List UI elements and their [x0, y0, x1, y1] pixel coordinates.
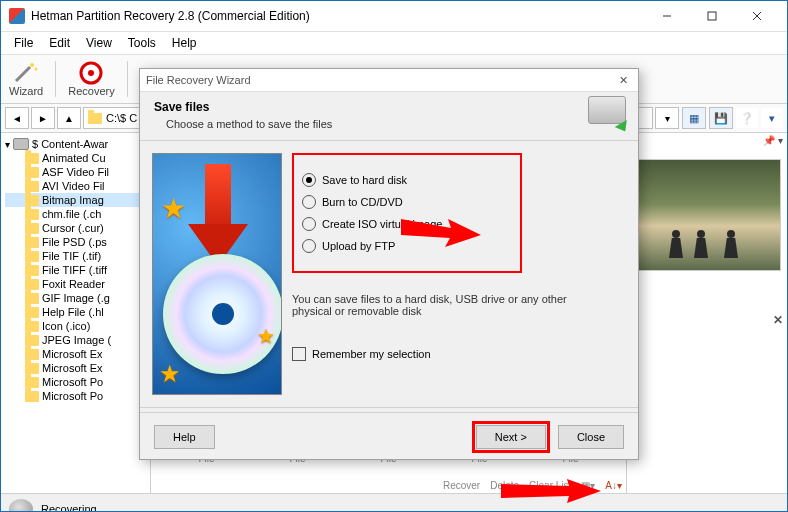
- help-button[interactable]: Help: [154, 425, 215, 449]
- menu-edit[interactable]: Edit: [42, 34, 77, 52]
- svg-point-5: [35, 68, 38, 71]
- option-save-hard-disk[interactable]: Save to hard disk: [302, 173, 512, 187]
- separator: [140, 140, 638, 141]
- maximize-button[interactable]: [689, 2, 734, 30]
- main-window: Hetman Partition Recovery 2.8 (Commercia…: [0, 0, 788, 512]
- forward-button[interactable]: ►: [31, 107, 55, 129]
- tree-root[interactable]: ▾ $ Content-Awar: [5, 137, 150, 151]
- dialog-subheading: Choose a method to save the files: [166, 118, 624, 130]
- tree-item-label: Cursor (.cur): [42, 222, 104, 234]
- options-highlight-box: Save to hard disk Burn to CD/DVD Create …: [292, 153, 522, 273]
- save-button[interactable]: 💾: [709, 107, 733, 129]
- view-icon[interactable]: ▦▾: [581, 480, 595, 491]
- tree-item[interactable]: File PSD (.ps: [5, 235, 150, 249]
- radio-icon: [302, 173, 316, 187]
- dialog-title: File Recovery Wizard: [146, 74, 251, 86]
- dialog-heading: Save files: [154, 100, 624, 114]
- folder-icon: [25, 237, 39, 248]
- action-bar-bg: Recover Delete Clear List ▦▾ A↓▾: [443, 480, 622, 491]
- folder-icon: [25, 321, 39, 332]
- menu-help[interactable]: Help: [165, 34, 204, 52]
- next-button[interactable]: Next >: [476, 425, 546, 449]
- option-upload-ftp[interactable]: Upload by FTP: [302, 239, 512, 253]
- tree-item[interactable]: chm.file (.ch: [5, 207, 150, 221]
- tree-item[interactable]: Microsoft Po: [5, 389, 150, 403]
- tree-item[interactable]: Animated Cu: [5, 151, 150, 165]
- dialog-titlebar: File Recovery Wizard ✕: [140, 69, 638, 92]
- tree-item-label: Help File (.hl: [42, 306, 104, 318]
- separator: [140, 407, 638, 408]
- tree-item[interactable]: JPEG Image (: [5, 333, 150, 347]
- tree-item[interactable]: ASF Video Fil: [5, 165, 150, 179]
- options-button[interactable]: ▾: [761, 108, 783, 128]
- separator: [55, 61, 56, 97]
- next-highlight-box: Next >: [472, 421, 550, 453]
- pin-icon[interactable]: 📌 ▾: [763, 135, 783, 151]
- file-recovery-wizard-dialog: File Recovery Wizard ✕ Save files Choose…: [139, 68, 639, 460]
- folder-icon: [25, 209, 39, 220]
- tree-item-label: File TIF (.tif): [42, 250, 101, 262]
- close-button[interactable]: [734, 2, 779, 30]
- tree-item-label: chm.file (.ch: [42, 208, 101, 220]
- tree-item[interactable]: Bitmap Imag: [5, 193, 150, 207]
- dialog-close-button[interactable]: ✕: [614, 74, 632, 87]
- close-preview-button[interactable]: ✕: [773, 313, 783, 327]
- wizard-label: Wizard: [9, 85, 43, 97]
- tree-item-label: Microsoft Ex: [42, 348, 103, 360]
- tree-item[interactable]: Cursor (.cur): [5, 221, 150, 235]
- folder-icon: [25, 349, 39, 360]
- up-button[interactable]: ▲: [57, 107, 81, 129]
- folder-icon: [25, 293, 39, 304]
- tree-item-label: JPEG Image (: [42, 334, 111, 346]
- folder-icon: [25, 391, 39, 402]
- address-right: ▾ ▦ 💾 ❔ ▾: [655, 107, 783, 129]
- wizard-image: ★ ★ ★: [152, 153, 282, 395]
- window-title: Hetman Partition Recovery 2.8 (Commercia…: [31, 9, 644, 23]
- tree-item[interactable]: Icon (.ico): [5, 319, 150, 333]
- folder-icon: [25, 307, 39, 318]
- close-button[interactable]: Close: [558, 425, 624, 449]
- tree-item[interactable]: GIF Image (.g: [5, 291, 150, 305]
- preview-header: 📌 ▾: [627, 133, 787, 153]
- menu-file[interactable]: File: [7, 34, 40, 52]
- folder-icon: [25, 335, 39, 346]
- tree-item[interactable]: Microsoft Ex: [5, 361, 150, 375]
- view-list-button[interactable]: ▦: [682, 107, 706, 129]
- option-create-iso[interactable]: Create ISO virtual image: [302, 217, 512, 231]
- tree-item[interactable]: Microsoft Ex: [5, 347, 150, 361]
- menu-tools[interactable]: Tools: [121, 34, 163, 52]
- tree-item-label: AVI Video Fil: [42, 180, 105, 192]
- checkbox-icon: [292, 347, 306, 361]
- radio-icon: [302, 239, 316, 253]
- tree-item[interactable]: Microsoft Po: [5, 375, 150, 389]
- recovery-status-icon: [9, 499, 33, 512]
- remember-checkbox[interactable]: Remember my selection: [292, 347, 626, 361]
- folder-tree[interactable]: ▾ $ Content-Awar Animated CuASF Video Fi…: [1, 133, 151, 493]
- menu-view[interactable]: View: [79, 34, 119, 52]
- sort-icon[interactable]: A↓▾: [605, 480, 622, 491]
- tree-item[interactable]: File TIFF (.tiff: [5, 263, 150, 277]
- recovery-button[interactable]: Recovery: [64, 61, 118, 97]
- tree-item-label: ASF Video Fil: [42, 166, 109, 178]
- folder-icon: [25, 363, 39, 374]
- tree-item[interactable]: Help File (.hl: [5, 305, 150, 319]
- tree-item[interactable]: AVI Video Fil: [5, 179, 150, 193]
- dropdown-button[interactable]: ▾: [655, 107, 679, 129]
- recovery-label: Recovery: [68, 85, 114, 97]
- folder-icon: [88, 113, 102, 124]
- window-controls: [644, 2, 779, 30]
- back-button[interactable]: ◄: [5, 107, 29, 129]
- tree-item[interactable]: Foxit Reader: [5, 277, 150, 291]
- tree-item-label: File PSD (.ps: [42, 236, 107, 248]
- option-description: You can save files to a hard disk, USB d…: [292, 293, 592, 317]
- path-text: C:\$ C: [106, 112, 137, 124]
- wizard-button[interactable]: Wizard: [5, 61, 47, 97]
- tree-item[interactable]: File TIF (.tif): [5, 249, 150, 263]
- status-text: Recovering...: [41, 503, 106, 512]
- help-button[interactable]: ❔: [736, 108, 758, 128]
- folder-icon: [25, 377, 39, 388]
- menu-bar: File Edit View Tools Help: [1, 32, 787, 55]
- folder-icon: [25, 195, 39, 206]
- option-burn-cd[interactable]: Burn to CD/DVD: [302, 195, 512, 209]
- minimize-button[interactable]: [644, 2, 689, 30]
